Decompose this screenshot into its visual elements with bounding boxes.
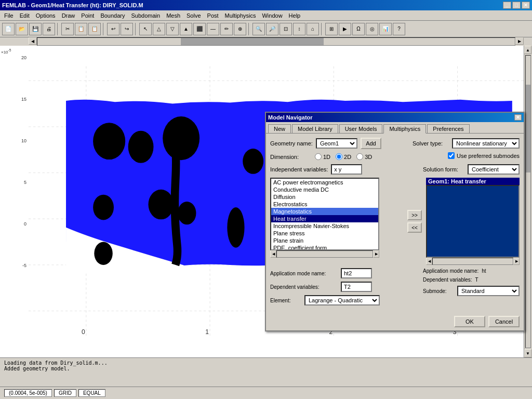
toolbar-draw3[interactable]: ▽ bbox=[166, 23, 179, 35]
toolbar-zoombox[interactable]: ⊡ bbox=[280, 23, 292, 35]
menu-multiphysics[interactable]: Multiphysics bbox=[222, 11, 259, 20]
menu-subdomain[interactable]: Subdomain bbox=[128, 11, 163, 20]
toolbar-draw4[interactable]: ▲ bbox=[180, 23, 192, 35]
toolbar-pan[interactable]: ↕ bbox=[293, 23, 305, 35]
toolbar-zoomout[interactable]: 🔎 bbox=[266, 23, 278, 35]
toolbar-fit[interactable]: ⌂ bbox=[307, 23, 319, 35]
h-scroll-thumb[interactable] bbox=[181, 38, 324, 45]
listbox-item-0[interactable]: AC power electromagnetics bbox=[271, 179, 378, 186]
listbox-scroll-track[interactable] bbox=[276, 250, 373, 258]
element-select[interactable]: Lagrange - Quadratic bbox=[304, 295, 380, 305]
h-scrollbar-top[interactable]: ◀ ▶ bbox=[29, 37, 524, 46]
listbox-item-1[interactable]: Conductive media DC bbox=[271, 186, 378, 193]
toolbar-zoomin[interactable]: 🔍 bbox=[252, 23, 265, 35]
arrow-right-btn[interactable]: >> bbox=[407, 210, 422, 220]
submode-select[interactable]: Standard bbox=[457, 286, 520, 296]
listbox-item-3[interactable]: Electrostatics bbox=[271, 201, 378, 208]
right-scroll-track[interactable] bbox=[432, 258, 513, 265]
cancel-button[interactable]: Cancel bbox=[488, 316, 520, 327]
toolbar-paste[interactable]: 📋 bbox=[88, 23, 101, 35]
toolbar-new[interactable]: 📄 bbox=[2, 23, 15, 35]
toolbar-undo[interactable]: ↩ bbox=[107, 23, 119, 35]
toolbar-post[interactable]: ◎ bbox=[366, 23, 378, 35]
listbox-scroll-left[interactable]: ◀ bbox=[270, 250, 276, 258]
listbox-item-6[interactable]: Incompressible Navier-Stokes bbox=[271, 222, 378, 230]
toolbar-draw8[interactable]: ⊕ bbox=[234, 23, 246, 35]
scroll-left-btn[interactable]: ◀ bbox=[29, 37, 37, 45]
minimize-btn[interactable]: _ bbox=[503, 2, 511, 9]
toolbar-draw1[interactable]: ↖ bbox=[139, 23, 152, 35]
radio-3d[interactable]: 3D bbox=[356, 153, 372, 160]
toolbar-draw5[interactable]: ⬛ bbox=[193, 23, 206, 35]
physics-listbox[interactable]: AC power electromagnetics Conductive med… bbox=[270, 178, 379, 250]
indep-vars-input[interactable] bbox=[331, 164, 362, 175]
dialog-close-btn[interactable]: ✕ bbox=[514, 114, 522, 121]
right-panel-box[interactable] bbox=[426, 185, 520, 258]
right-scroll-left[interactable]: ◀ bbox=[426, 258, 432, 265]
tab-preferences[interactable]: Preferences bbox=[427, 124, 469, 133]
listbox-item-4[interactable]: Magnetostatics bbox=[271, 208, 378, 215]
dialog-title-bar[interactable]: Model Navigator ✕ bbox=[266, 113, 524, 122]
toolbar-redo[interactable]: ↪ bbox=[121, 23, 133, 35]
tab-multiphysics[interactable]: Multiphysics bbox=[383, 124, 426, 134]
menu-draw[interactable]: Draw bbox=[59, 11, 78, 20]
v-scrollbar[interactable]: ▲ ▼ bbox=[524, 46, 532, 357]
toolbar-help[interactable]: ? bbox=[393, 23, 405, 35]
menu-mesh[interactable]: Mesh bbox=[163, 11, 183, 20]
grid-toggle[interactable]: GRID bbox=[54, 389, 76, 397]
tab-model-library[interactable]: Model Library bbox=[292, 124, 338, 133]
menu-window[interactable]: Window bbox=[259, 11, 285, 20]
radio-1d[interactable]: 1D bbox=[315, 153, 330, 160]
menu-post[interactable]: Post bbox=[204, 11, 222, 20]
listbox-item-9[interactable]: PDE, coefficient form bbox=[271, 244, 378, 250]
menu-solve[interactable]: Solve bbox=[183, 11, 204, 20]
listbox-item-5[interactable]: Heat transfer bbox=[271, 215, 378, 222]
toolbar-open[interactable]: 📂 bbox=[16, 23, 28, 35]
solution-form-select[interactable]: Coefficient bbox=[468, 164, 520, 175]
app-mode-name-input[interactable]: ht2 bbox=[341, 268, 372, 278]
toolbar-cut[interactable]: ✂ bbox=[61, 23, 74, 35]
listbox-h-scroll[interactable]: ◀ ▶ bbox=[270, 250, 379, 258]
toolbar-draw6[interactable]: — bbox=[207, 23, 219, 35]
equal-toggle[interactable]: EQUAL bbox=[78, 389, 105, 397]
right-panel-h-scroll[interactable]: ◀ ▶ bbox=[426, 258, 520, 265]
menu-help[interactable]: Help bbox=[286, 11, 304, 20]
use-preferred-checkbox[interactable] bbox=[448, 152, 455, 159]
menu-boundary[interactable]: Boundary bbox=[97, 11, 128, 20]
listbox-item-2[interactable]: Diffusion bbox=[271, 193, 378, 201]
scroll-up-btn[interactable]: ▲ bbox=[524, 46, 531, 54]
toolbar-save[interactable]: 💾 bbox=[29, 23, 42, 35]
tab-user-models[interactable]: User Models bbox=[339, 124, 383, 133]
add-button[interactable]: Add bbox=[361, 138, 381, 149]
ok-button[interactable]: OK bbox=[454, 316, 485, 327]
arrow-left-btn[interactable]: << bbox=[407, 222, 422, 233]
menu-options[interactable]: Options bbox=[33, 11, 59, 20]
listbox-item-8[interactable]: Plane strain bbox=[271, 237, 378, 244]
toolbar-copy[interactable]: 📋 bbox=[75, 23, 87, 35]
menu-point[interactable]: Point bbox=[78, 11, 97, 20]
toolbar-draw7[interactable]: ✏ bbox=[220, 23, 233, 35]
menu-file[interactable]: File bbox=[1, 11, 17, 20]
close-btn[interactable]: ✕ bbox=[522, 2, 530, 9]
radio-2d[interactable]: 2D bbox=[336, 153, 351, 160]
geometry-name-select[interactable]: Geom1 bbox=[316, 138, 357, 149]
maximize-btn[interactable]: □ bbox=[512, 2, 521, 9]
toolbar-print[interactable]: 🖨 bbox=[43, 23, 55, 35]
tab-new[interactable]: New bbox=[268, 124, 291, 133]
v-scroll-thumb[interactable] bbox=[526, 85, 530, 172]
toolbar-solve[interactable]: ▶ bbox=[339, 23, 351, 35]
toolbar-draw2[interactable]: △ bbox=[153, 23, 165, 35]
v-scroll-track[interactable] bbox=[525, 55, 531, 348]
toolbar-omega[interactable]: Ω bbox=[352, 23, 365, 35]
listbox-item-7[interactable]: Plane stress bbox=[271, 230, 378, 237]
right-scroll-right[interactable]: ▶ bbox=[513, 258, 520, 265]
dep-vars-input[interactable]: T2 bbox=[341, 282, 372, 292]
menu-edit[interactable]: Edit bbox=[17, 11, 33, 20]
solver-type-select[interactable]: Nonlinear stationary bbox=[452, 138, 520, 149]
listbox-scroll-right[interactable]: ▶ bbox=[373, 250, 379, 258]
scroll-right-btn[interactable]: ▶ bbox=[515, 37, 524, 45]
h-scroll-track[interactable] bbox=[37, 37, 515, 46]
toolbar-mesh[interactable]: ⊞ bbox=[325, 23, 338, 35]
scroll-down-btn[interactable]: ▼ bbox=[524, 349, 531, 357]
toolbar-chart[interactable]: 📊 bbox=[379, 23, 392, 35]
